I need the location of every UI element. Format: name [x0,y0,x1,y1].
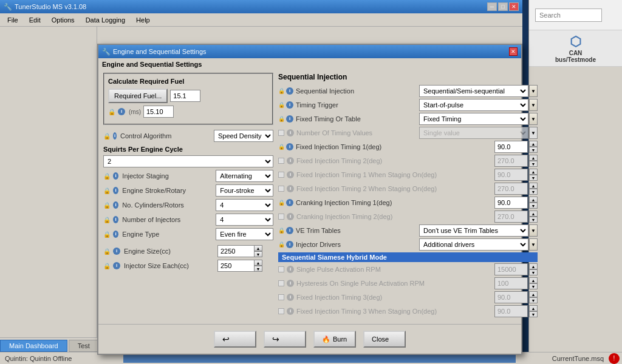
status-right-text: CurrentTune.msq [518,355,609,362]
app-close-btn[interactable]: ✕ [509,2,519,11]
seq-label-1: Timing Trigger [296,101,418,109]
can-label: CANbus/Testmode [555,50,596,63]
lock-icon-6: 🔒 [103,217,111,223]
injector-drivers-select[interactable]: Additional drivers [419,238,528,251]
dd3-down: ▼ [529,297,538,303]
squirts-select[interactable]: 2 [103,155,273,167]
cb-s5 [278,158,284,164]
engine-stroke-select[interactable]: Four-stroke [216,184,273,197]
ve-trim-select[interactable]: Don't use VE Trim Tables [419,224,528,237]
menu-edit[interactable]: Edit [24,15,46,25]
info-icon: i [118,108,125,115]
s8-up[interactable]: ▲ [529,197,538,203]
info-icon-2: i [113,132,117,140]
close-btn[interactable]: Close [363,331,406,348]
injector-size-down-btn[interactable]: ▼ [254,266,262,272]
lock-s2: 🔒 [278,116,285,122]
seq-label-dd1: Single Pulse Activation RPM [296,266,493,273]
injector-size-spinner-btns: ▲ ▼ [254,260,262,272]
lock-icon-5: 🔒 [103,202,111,209]
fixed-timing1-up[interactable]: ▲ [529,141,538,147]
s8-down[interactable]: ▼ [529,203,538,209]
injectors-select[interactable]: 4 [216,214,273,226]
seq-row-11: 🔒 i Injector Drivers Additional drivers … [278,238,538,251]
seq-select-wrap-0: Sequential/Semi-sequential ▼ [419,85,538,97]
dialog-close-btn[interactable]: ✕ [509,47,518,56]
maximize-btn[interactable]: □ [498,2,508,11]
dialog-section-title: Engine and Sequential Settings [98,58,521,68]
injector-staging-select[interactable]: Alternating [216,170,273,182]
redo-btn[interactable]: ↪ [264,331,306,348]
info-s5: i [287,157,294,164]
app-titlebar: 🔧 TunerStudio MS v3.1.08 ─ □ ✕ [0,0,522,13]
req-fuel-input[interactable] [170,90,200,102]
info-s11: i [286,241,293,248]
fixed-timing-select[interactable]: Fixed Timing [419,113,528,125]
engine-size-input[interactable] [217,245,254,257]
timing-trigger-select[interactable]: Start-of-pulse [419,99,528,111]
cb-s9 [278,214,284,220]
fixed-timing2-up: ▲ [529,155,538,161]
lock-icon-8: 🔒 [103,248,111,255]
seq-dropdown-arrow-2[interactable]: ▼ [529,113,538,125]
info-s4: i [286,143,293,150]
info-s1: i [286,101,293,109]
seq-dropdown-arrow-0[interactable]: ▼ [529,85,538,97]
cranking-timing1-spinner: ▲ ▼ [529,197,538,209]
lock-s4: 🔒 [278,144,285,150]
cylinders-label: No. Cylinders/Rotors [122,201,213,209]
fixed-timing1-down[interactable]: ▼ [529,147,538,153]
seq-injection-select[interactable]: Sequential/Semi-sequential [419,85,528,97]
info-s2: i [286,115,293,123]
injector-size-label: Injector Size Each(cc) [124,262,215,269]
can-section[interactable]: ⬡ CANbus/Testmode [529,30,622,67]
menu-datalogging[interactable]: Data Logging [81,15,130,25]
s6-up: ▲ [529,169,538,175]
injector-drivers-arrow[interactable]: ▼ [529,238,538,251]
seq-dropdown-arrow-1[interactable]: ▼ [529,99,538,111]
ve-trim-arrow[interactable]: ▼ [529,224,538,237]
dd4-spinner: ▲ ▼ [529,305,538,317]
seq-label-7: Fixed Injection Timing 2 When Staging On… [296,185,493,192]
engine-stroke-row: 🔒 i Engine Stroke/Rotary Four-stroke [103,184,273,197]
dd3-spinner: ▲ ▼ [529,291,538,303]
tab-test[interactable]: Test [69,340,99,352]
info-icon-9: i [113,262,120,269]
injectors-label: Number of Injectors [122,216,213,223]
minimize-btn[interactable]: ─ [487,2,497,11]
lock-icon-2: 🔒 [103,133,111,140]
undo-btn[interactable]: ↩ [214,331,256,348]
injector-size-input[interactable] [217,260,254,272]
menu-help[interactable]: Help [131,15,155,25]
dropdown-highlighted-item[interactable]: Sequential Siamese Hybrid Mode [278,252,538,262]
info-dd2: i [287,280,294,287]
cylinders-select[interactable]: 4 [216,199,273,211]
right-panel: ⬡ CANbus/Testmode [528,0,622,364]
lock-s0: 🔒 [278,88,285,94]
info-icon-4: i [113,187,118,194]
can-icon: ⬡ [570,34,581,50]
dd2-up: ▲ [529,277,538,283]
injector-size-up-btn[interactable]: ▲ [254,260,262,266]
fixed-timing2-staging-input [494,183,528,195]
seq-row-7: i Fixed Injection Timing 2 When Staging … [278,183,538,195]
lock-s8: 🔒 [278,200,285,206]
engine-size-up-btn[interactable]: ▲ [254,245,262,251]
fuel-ms-input[interactable] [143,106,174,118]
menu-file[interactable]: File [2,15,23,25]
fixed-timing1-input[interactable] [494,141,528,153]
search-input[interactable] [535,8,602,22]
tab-main-dashboard[interactable]: Main Dashboard [0,340,67,352]
cranking-timing1-input[interactable] [494,197,528,209]
menu-options[interactable]: Options [47,15,80,25]
control-algo-select[interactable]: Speed Density [214,130,273,142]
burn-btn[interactable]: 🔥 Burn [313,331,356,348]
cb-s3 [278,130,284,136]
dialog-title: Engine and Sequential Settings [113,48,207,55]
req-fuel-btn[interactable]: Required Fuel... [108,89,168,103]
titlebar-controls: ─ □ ✕ [487,2,519,11]
injector-staging-label: Injector Staging [122,172,213,180]
engine-size-down-btn[interactable]: ▼ [254,251,262,257]
engine-type-select[interactable]: Even fire [216,228,273,240]
lock-icon-7: 🔒 [103,231,111,238]
